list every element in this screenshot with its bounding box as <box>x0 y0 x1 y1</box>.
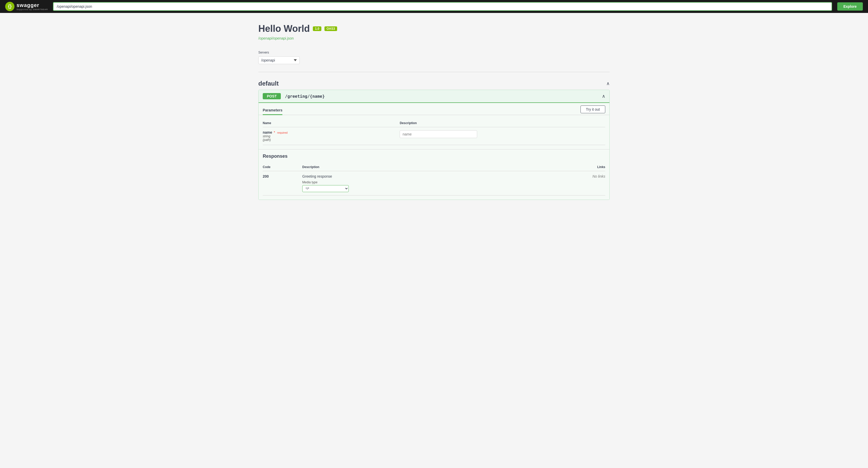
params-table-header-row: Name Description <box>263 119 605 127</box>
tabs-left: Parameters <box>263 108 287 112</box>
servers-label: Servers <box>258 51 610 54</box>
param-name-cell: name * required string (path) <box>263 127 400 145</box>
response-code: 200 <box>263 174 269 178</box>
param-location: (path) <box>263 138 400 142</box>
section-divider <box>258 72 610 72</box>
param-description-cell <box>400 127 605 145</box>
responses-col-code: Code <box>263 163 302 171</box>
api-spec-link[interactable]: /openapi/openapi.json <box>258 36 294 40</box>
logo-area: {} swagger Supported by SMARTBEAR <box>5 2 48 11</box>
method-badge: POST <box>263 93 281 99</box>
endpoint-chevron-icon: ∧ <box>602 93 605 99</box>
params-col-description: Description <box>400 119 605 127</box>
section-header[interactable]: default ∧ <box>258 77 610 90</box>
default-section: default ∧ POST /greeting/{name} ∧ Parame… <box>258 77 610 200</box>
endpoint-header-left: POST /greeting/{name} <box>263 93 325 99</box>
param-name-input[interactable] <box>400 130 477 138</box>
tabs-bar: Parameters Try it out <box>258 103 610 115</box>
media-type-select[interactable]: */* <box>302 185 349 192</box>
required-star: * <box>274 130 275 135</box>
table-row: 200 Greeting response Media type */* <box>263 171 605 196</box>
section-title: default <box>258 80 279 87</box>
response-links-text: No links <box>592 174 605 178</box>
endpoint-card: POST /greeting/{name} ∧ Parameters Try i… <box>258 90 610 200</box>
try-it-out-button[interactable]: Try it out <box>581 106 605 113</box>
responses-title: Responses <box>263 154 605 159</box>
api-url-input[interactable] <box>53 2 832 11</box>
swagger-logo-icon: {} <box>5 2 14 11</box>
responses-col-description: Description <box>302 163 540 171</box>
param-type: string <box>263 135 400 138</box>
responses-header-row: Code Description Links <box>263 163 605 171</box>
params-col-name: Name <box>263 119 400 127</box>
table-row: name * required string (path) <box>263 127 605 145</box>
main-content: Hello World 1.0 OAS3 /openapi/openapi.js… <box>253 13 615 213</box>
responses-col-links: Links <box>540 163 605 171</box>
api-title-section: Hello World 1.0 OAS3 /openapi/openapi.js… <box>258 23 610 40</box>
logo-subtitle: Supported by SMARTBEAR <box>17 8 48 10</box>
endpoint-path: /greeting/{name} <box>285 94 325 99</box>
media-type-label: Media type <box>302 180 540 184</box>
response-code-cell: 200 <box>263 171 302 196</box>
endpoint-body: Parameters Try it out Name Description <box>258 103 610 200</box>
servers-select[interactable]: /openapi <box>258 56 300 64</box>
responses-table: Code Description Links 200 <box>263 163 605 196</box>
required-label: required <box>277 131 287 134</box>
response-description-cell: Greeting response Media type */* <box>302 171 540 196</box>
oas-badge: OAS3 <box>324 26 337 31</box>
param-name-required-row: name * required <box>263 130 400 135</box>
parameters-table: Name Description name * required <box>263 119 605 145</box>
tab-parameters[interactable]: Parameters <box>263 106 282 115</box>
response-description-text: Greeting response <box>302 174 540 178</box>
logo-text: swagger Supported by SMARTBEAR <box>17 2 48 10</box>
endpoint-header[interactable]: POST /greeting/{name} ∧ <box>258 90 610 103</box>
chevron-up-icon: ∧ <box>606 81 610 86</box>
parameters-section: Name Description name * required <box>258 115 610 149</box>
api-title: Hello World <box>258 23 310 34</box>
explore-button[interactable]: Explore <box>837 2 863 10</box>
logo-title: swagger <box>17 2 48 8</box>
responses-section: Responses Code Description Links <box>258 149 610 200</box>
param-name: name <box>263 130 272 135</box>
response-links-cell: No links <box>540 171 605 196</box>
svg-text:{}: {} <box>8 4 11 9</box>
api-title-row: Hello World 1.0 OAS3 <box>258 23 610 34</box>
app-header: {} swagger Supported by SMARTBEAR Explor… <box>0 0 868 13</box>
version-badge: 1.0 <box>313 26 321 31</box>
servers-section: Servers /openapi <box>258 51 610 64</box>
